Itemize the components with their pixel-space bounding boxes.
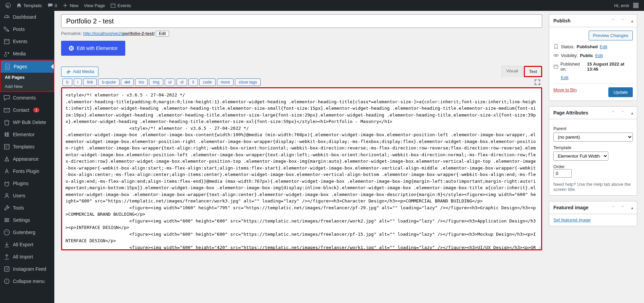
svg-rect-1 bbox=[111, 4, 115, 7]
admin-bar: Templatic 0 New View Page Events Hi, emi… bbox=[0, 0, 644, 11]
events-link[interactable]: Events bbox=[108, 0, 134, 11]
comments-count[interactable]: 0 bbox=[45, 0, 60, 11]
my-account[interactable]: Hi, emir bbox=[611, 0, 641, 11]
site-name[interactable]: Templatic bbox=[14, 0, 45, 11]
avatar bbox=[633, 3, 639, 8]
view-page[interactable]: View Page bbox=[81, 0, 108, 11]
new-content[interactable]: New bbox=[60, 0, 81, 11]
wp-logo[interactable] bbox=[3, 0, 14, 11]
